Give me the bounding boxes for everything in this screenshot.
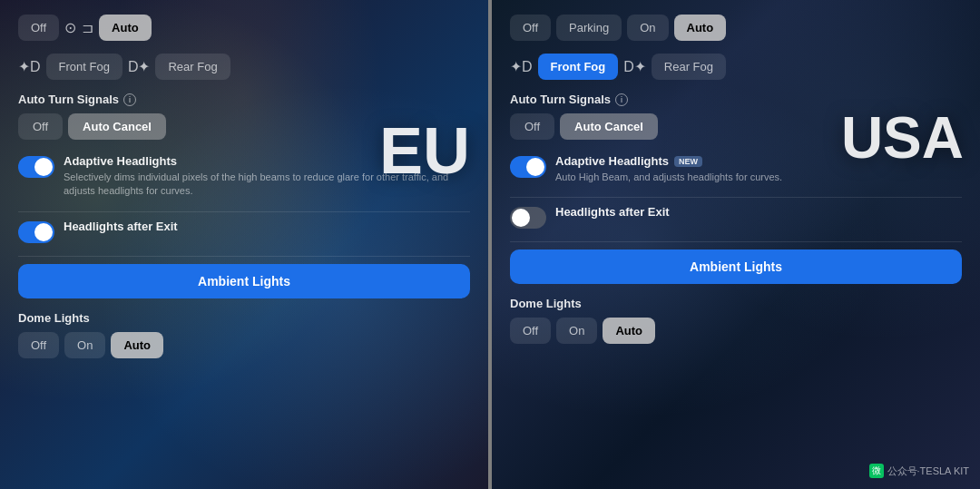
usa-divider-1 xyxy=(510,197,962,198)
usa-dome-label: Dome Lights xyxy=(510,297,962,310)
watermark-text: 公众号·TESLA KIT xyxy=(887,465,969,478)
eu-adaptive-headlights-knob xyxy=(34,158,53,176)
usa-btn-parking[interactable]: Parking xyxy=(556,15,622,41)
new-badge: NEW xyxy=(674,156,702,167)
usa-adaptive-headlights-title: Adaptive Headlights NEW xyxy=(555,154,962,168)
eu-front-fog-btn[interactable]: Front Fog xyxy=(46,54,122,80)
eu-adaptive-headlights-desc: Selectively dims individual pixels of th… xyxy=(64,171,470,199)
eu-turn-off-btn[interactable]: Off xyxy=(18,113,63,140)
eu-adaptive-headlights-title: Adaptive Headlights xyxy=(64,154,470,168)
usa-turn-signals-info[interactable]: i xyxy=(615,93,628,106)
usa-front-fog-icon: ✦D xyxy=(510,58,533,75)
usa-adaptive-headlights-desc: Auto High Beam, and adjusts headlights f… xyxy=(555,171,962,184)
eu-turn-signals-label: Auto Turn Signals i xyxy=(18,93,470,106)
eu-dome-off[interactable]: Off xyxy=(18,332,59,358)
usa-btn-auto[interactable]: Auto xyxy=(674,15,727,41)
usa-headlights-exit-knob xyxy=(512,209,530,227)
eu-dome-section: Dome Lights Off On Auto xyxy=(18,311,470,358)
eu-divider-1 xyxy=(18,211,470,212)
eu-headlights-exit-title: Headlights after Exit xyxy=(64,220,470,233)
eu-turn-signals-row: Off Auto Cancel xyxy=(18,113,470,140)
eu-divider-2 xyxy=(18,256,470,257)
usa-fog-row: ✦D Front Fog D✦ Rear Fog xyxy=(510,54,962,80)
usa-ambient-lights-btn[interactable]: Ambient Lights xyxy=(510,249,962,284)
eu-headlights-exit-text: Headlights after Exit xyxy=(64,220,470,233)
usa-headlights-exit-row: Headlights after Exit xyxy=(510,205,962,229)
usa-headlights-exit-title: Headlights after Exit xyxy=(555,205,962,219)
panel-usa: Off Parking On Auto ✦D Front Fog D✦ Rear… xyxy=(492,0,980,489)
usa-segment-row: Off Parking On Auto xyxy=(510,15,962,41)
usa-dome-off[interactable]: Off xyxy=(510,318,551,344)
eu-rear-fog-btn[interactable]: Rear Fog xyxy=(155,54,230,80)
eu-fog-row: ✦D Front Fog D✦ Rear Fog xyxy=(18,54,470,80)
usa-divider-2 xyxy=(510,241,962,242)
usa-rear-fog-btn[interactable]: Rear Fog xyxy=(652,54,726,80)
eu-btn-auto[interactable]: Auto xyxy=(99,15,152,41)
eu-adaptive-headlights-row: Adaptive Headlights Selectively dims ind… xyxy=(18,154,470,199)
usa-headlights-exit-toggle[interactable] xyxy=(510,207,546,229)
eu-dome-auto[interactable]: Auto xyxy=(111,332,163,358)
watermark: 微 公众号·TESLA KIT xyxy=(869,464,969,478)
eu-headlights-exit-row: Headlights after Exit xyxy=(18,220,470,243)
eu-d-icon: ⊐ xyxy=(82,19,93,36)
eu-front-fog-icon: ✦D xyxy=(18,58,41,75)
panel-eu: Off ⊙ ⊐ Auto ✦D Front Fog D✦ Rear Fog Au… xyxy=(0,0,488,489)
eu-dome-on[interactable]: On xyxy=(64,332,105,358)
eu-eco-icon: ⊙ xyxy=(64,19,76,36)
usa-dome-row: Off On Auto xyxy=(510,318,962,344)
usa-btn-on[interactable]: On xyxy=(627,15,668,41)
usa-dome-on[interactable]: On xyxy=(556,318,597,344)
usa-adaptive-headlights-toggle[interactable] xyxy=(510,156,546,178)
eu-btn-off[interactable]: Off xyxy=(18,15,59,41)
eu-ambient-lights-btn[interactable]: Ambient Lights xyxy=(18,264,470,298)
usa-front-fog-btn[interactable]: Front Fog xyxy=(538,54,619,80)
usa-turn-off-btn[interactable]: Off xyxy=(510,113,554,140)
usa-turn-signals-label: Auto Turn Signals i xyxy=(510,93,962,106)
eu-adaptive-headlights-toggle[interactable] xyxy=(18,156,54,178)
eu-headlights-exit-toggle[interactable] xyxy=(18,221,54,243)
usa-adaptive-headlights-text: Adaptive Headlights NEW Auto High Beam, … xyxy=(555,154,962,184)
usa-adaptive-headlights-knob xyxy=(526,158,544,176)
wechat-icon: 微 xyxy=(869,464,884,478)
usa-turn-signals-row: Off Auto Cancel xyxy=(510,113,962,140)
usa-adaptive-headlights-row: Adaptive Headlights NEW Auto High Beam, … xyxy=(510,154,962,184)
eu-dome-label: Dome Lights xyxy=(18,311,470,325)
usa-dome-auto[interactable]: Auto xyxy=(603,318,655,344)
eu-adaptive-headlights-text: Adaptive Headlights Selectively dims ind… xyxy=(64,154,470,199)
eu-turn-signals-info[interactable]: i xyxy=(123,93,136,106)
usa-dome-section: Dome Lights Off On Auto xyxy=(510,297,962,344)
usa-rear-fog-icon: D✦ xyxy=(623,58,646,75)
eu-dome-row: Off On Auto xyxy=(18,332,470,358)
usa-turn-auto-cancel-btn[interactable]: Auto Cancel xyxy=(560,113,658,140)
eu-segment-row: Off ⊙ ⊐ Auto xyxy=(18,15,470,41)
eu-turn-auto-cancel-btn[interactable]: Auto Cancel xyxy=(68,113,166,140)
eu-rear-fog-icon: D✦ xyxy=(128,58,151,75)
usa-btn-off[interactable]: Off xyxy=(510,15,551,41)
eu-headlights-exit-knob xyxy=(34,223,53,241)
usa-headlights-exit-text: Headlights after Exit xyxy=(555,205,962,219)
